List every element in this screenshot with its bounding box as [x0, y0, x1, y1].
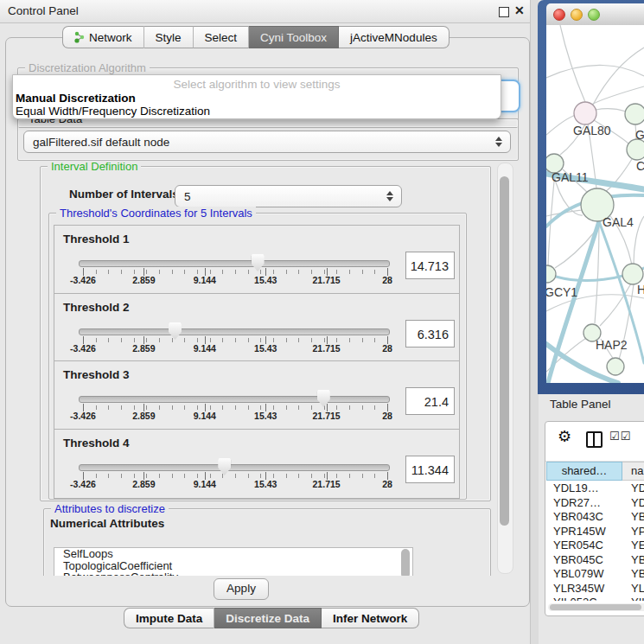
node-gcy1[interactable] [546, 265, 556, 283]
node-label-hap2: HAP2 [596, 338, 628, 352]
float-window-icon[interactable] [499, 7, 509, 17]
list-item[interactable]: BetweennessCentrality [54, 571, 412, 576]
threshold-1-panel: Threshold 1 -3.426 2.859 9.144 15.43 21.… [54, 225, 460, 295]
settings-viewport: Interval Definition Number of Intervals … [12, 161, 517, 576]
popup-option-manual[interactable]: Manual Discretization [16, 92, 136, 105]
table-row[interactable]: YIL052CYIL0 [546, 596, 644, 601]
tab-select[interactable]: Select [194, 26, 250, 48]
group-label: Attributes to discretize [51, 502, 169, 515]
close-icon[interactable]: ✕ [514, 3, 525, 17]
table-header: shared… na [546, 462, 644, 481]
tab-impute-data[interactable]: Impute Data [124, 608, 214, 628]
threshold-4-value[interactable]: 11.344 [405, 456, 455, 483]
slider-rail[interactable] [79, 260, 390, 267]
slider-rail[interactable] [79, 328, 390, 335]
threshold-2-slider[interactable]: -3.426 2.859 9.144 15.43 21.715 28 [77, 294, 390, 362]
group-label: Discretization Algorithm [25, 61, 150, 74]
table-row[interactable]: YER054CYER0 [546, 539, 644, 553]
node-label-gal80: GAL80 [573, 124, 611, 137]
tab-label: Infer Network [333, 612, 407, 625]
numerical-attributes-list[interactable]: SelfLoops TopologicalCoefficient Between… [54, 547, 413, 576]
table-row[interactable]: YBR043CYBR0 [546, 510, 644, 525]
threshold-4-panel: Threshold 4 -3.426 2.859 9.144 15.43 21.… [54, 429, 460, 499]
network-view-canvas[interactable]: GAL80 GA C GAL11 GAL4 GCY1 H HAP2 [546, 25, 644, 383]
threshold-3-panel: Threshold 3 -3.426 2.859 9.144 15.43 21.… [54, 360, 460, 430]
node-label-gal4: GAL4 [603, 215, 634, 229]
scrollbar-thumb[interactable] [550, 604, 641, 610]
tab-label: Cyni Toolbox [260, 31, 327, 44]
node-gal80[interactable] [574, 102, 596, 124]
list-scrollbar[interactable] [401, 549, 410, 576]
table-row[interactable]: YDR27…YDR2 [546, 496, 644, 511]
tab-network[interactable]: Network [62, 26, 144, 48]
tab-label: Style [156, 31, 182, 44]
table-row[interactable]: YPR145WYPR1 [546, 525, 644, 539]
tab-label: Impute Data [136, 612, 202, 625]
slider-rail[interactable] [79, 396, 390, 403]
tab-cyni-toolbox[interactable]: Cyni Toolbox [249, 26, 339, 48]
screenshot-root: Control Panel ✕ Network Style Select Cyn… [0, 0, 644, 644]
threshold-4-slider[interactable]: -3.426 2.859 9.144 15.43 21.715 28 [77, 430, 390, 498]
node-unlabeled[interactable] [607, 358, 624, 375]
algorithm-dropdown-popup: Select algorithm to view settings Manual… [12, 74, 501, 119]
checked-boxes-icon[interactable]: ☑☑ [609, 430, 631, 443]
gear-icon[interactable]: ⚙ [558, 427, 571, 446]
table-panel-title: Table Panel [550, 398, 611, 411]
list-item[interactable]: SelfLoops [54, 548, 412, 560]
control-panel-titlebar: Control Panel ✕ [0, 0, 530, 23]
threshold-3-value[interactable]: 21.4 [405, 387, 455, 415]
table-panel: ⚙ ☑☑ shared… na YDL19…YDL1 YDR27…YDR2 YB… [545, 421, 644, 616]
bottom-tabbar: Impute Data Discretize Data Infer Networ… [124, 608, 419, 628]
tab-discretize-data[interactable]: Discretize Data [214, 608, 322, 628]
table-rows: YDL19…YDL1 YDR27…YDR2 YBR043CYBR0 YPR145… [546, 481, 644, 601]
threshold-1-slider[interactable]: -3.426 2.859 9.144 15.43 21.715 28 [77, 226, 390, 294]
spinner-arrows-icon[interactable] [495, 137, 502, 147]
threshold-1-value[interactable]: 14.713 [405, 252, 455, 279]
number-of-intervals-combo[interactable]: 5 [175, 185, 402, 207]
minimize-traffic-light-icon[interactable] [571, 9, 583, 21]
node-label-gal11: GAL11 [552, 170, 589, 184]
threshold-2-panel: Threshold 2 -3.426 2.859 9.144 15.43 21.… [54, 293, 460, 363]
network-graph: GAL80 GA C GAL11 GAL4 GCY1 H HAP2 [546, 25, 644, 383]
settings-scrollbar[interactable] [497, 163, 513, 574]
table-row[interactable]: YBR045CYBR0 [546, 553, 644, 568]
slider-tick-labels: -3.426 2.859 9.144 15.43 21.715 28 [83, 411, 387, 423]
table-row[interactable]: YLR345WYLR3 [546, 582, 644, 596]
popup-option-equal-width[interactable]: Equal Width/Frequency Discretization [16, 105, 210, 118]
spinner-arrows-icon[interactable] [386, 191, 393, 201]
apply-button[interactable]: Apply [214, 578, 269, 600]
popup-placeholder: Select algorithm to view settings [13, 78, 501, 91]
table-horizontal-scrollbar[interactable] [548, 603, 644, 611]
node-label-h: H [637, 283, 644, 296]
table-data-group: Table Data galFiltered.sif default node [17, 118, 519, 161]
table-data-combo[interactable]: galFiltered.sif default node [23, 131, 511, 153]
panel-title: Control Panel [8, 4, 79, 17]
table-row[interactable]: YDL19…YDL1 [546, 481, 644, 496]
threshold-3-slider[interactable]: -3.426 2.859 9.144 15.43 21.715 28 [77, 361, 390, 430]
table-data-selected: galFiltered.sif default node [33, 136, 169, 149]
split-columns-icon[interactable] [586, 431, 603, 448]
close-traffic-light-icon[interactable] [553, 9, 565, 21]
tab-label: Discretize Data [226, 612, 309, 625]
scrollbar-thumb[interactable] [500, 176, 509, 526]
node-ga[interactable] [625, 104, 644, 124]
column-header-name[interactable]: na [622, 462, 644, 481]
slider-tick-labels: -3.426 2.859 9.144 15.43 21.715 28 [83, 479, 387, 491]
number-of-intervals-label: Number of Intervals [69, 188, 179, 201]
network-window-titlebar[interactable] [546, 3, 644, 26]
group-label: Interval Definition [48, 161, 141, 173]
tab-style[interactable]: Style [144, 26, 194, 48]
tab-jactivemnodules[interactable]: jActiveMNodules [339, 26, 450, 48]
table-row[interactable]: YBL079WYBL0 [546, 567, 644, 582]
node-h[interactable] [622, 264, 643, 284]
network-icon [74, 31, 85, 43]
threshold-2-value[interactable]: 6.316 [405, 320, 455, 348]
list-item[interactable]: TopologicalCoefficient [54, 560, 412, 572]
tab-infer-network[interactable]: Infer Network [322, 608, 419, 628]
tab-label: Select [205, 31, 238, 44]
slider-rail[interactable] [79, 464, 390, 471]
column-header-shared[interactable]: shared… [546, 462, 622, 481]
zoom-traffic-light-icon[interactable] [588, 9, 600, 21]
node-selected-red[interactable] [627, 139, 644, 160]
control-panel-tabbar: Network Style Select Cyni Toolbox jActiv… [62, 26, 450, 48]
